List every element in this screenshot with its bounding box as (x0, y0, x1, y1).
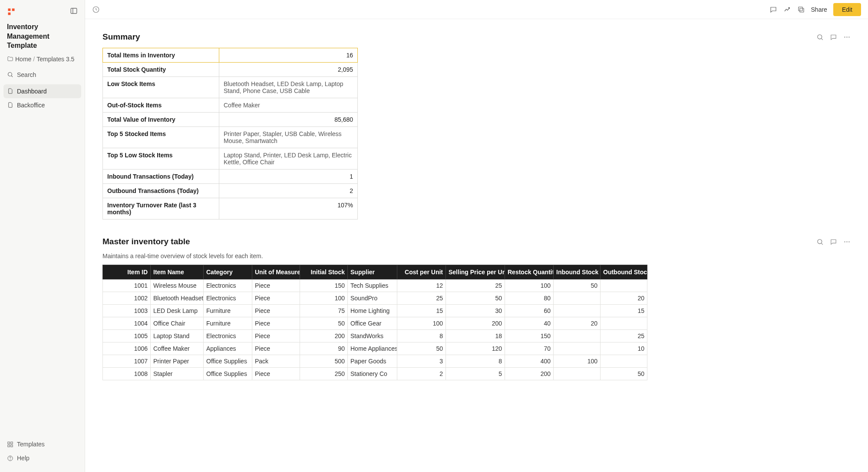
table-cell: SoundPro (348, 292, 397, 305)
summary-row[interactable]: Inventory Turnover Rate (last 3 months)1… (103, 198, 358, 219)
table-header-cell[interactable]: Supplier (348, 265, 397, 279)
summary-row[interactable]: Top 5 Stocked ItemsPrinter Paper, Staple… (103, 127, 358, 148)
table-header-cell[interactable]: Restock Quantity (505, 265, 554, 279)
master-desc: Maintains a real-time overview of stock … (102, 253, 851, 259)
table-cell: 70 (505, 342, 554, 355)
table-cell: Printer Paper (151, 355, 204, 368)
search-input[interactable]: Search (3, 68, 81, 82)
more-icon[interactable] (843, 238, 851, 246)
summary-value: Printer Paper, Stapler, USB Cable, Wirel… (219, 127, 358, 148)
summary-row[interactable]: Inbound Transactions (Today)1 (103, 170, 358, 184)
table-row[interactable]: 1005Laptop StandElectronicsPiece200Stand… (103, 330, 647, 342)
table-cell: 200 (505, 368, 554, 380)
summary-row[interactable]: Low Stock ItemsBluetooth Headset, LED De… (103, 77, 358, 98)
table-cell: 1004 (103, 317, 151, 330)
table-cell: 15 (601, 305, 647, 317)
table-header-cell[interactable]: Inbound Stock (554, 265, 601, 279)
table-row[interactable]: 1001Wireless MouseElectronicsPiece150Tec… (103, 279, 647, 292)
svg-point-9 (10, 459, 10, 460)
summary-row[interactable]: Total Stock Quantity2,095 (103, 63, 358, 77)
summary-row[interactable]: Outbound Transactions (Today)2 (103, 184, 358, 198)
table-row[interactable]: 1008StaplerOffice SuppliesPiece250Statio… (103, 368, 647, 380)
summary-row[interactable]: Total Value of Inventory85,680 (103, 113, 358, 127)
table-cell: 50 (397, 342, 446, 355)
search-icon[interactable] (816, 33, 824, 41)
search-label: Search (17, 71, 36, 78)
svg-point-22 (848, 241, 849, 242)
summary-label: Inventory Turnover Rate (last 3 months) (103, 198, 219, 219)
table-cell (601, 317, 647, 330)
nav-item-dashboard[interactable]: Dashboard (3, 84, 81, 98)
summary-row[interactable]: Top 5 Low Stock ItemsLaptop Stand, Print… (103, 148, 358, 170)
nav-item-templates[interactable]: Templates (3, 437, 81, 451)
summary-row[interactable]: Out-of-Stock ItemsCoffee Maker (103, 98, 358, 113)
nav-item-backoffice[interactable]: Backoffice (3, 98, 81, 112)
table-cell: 30 (446, 305, 505, 317)
table-header-cell[interactable]: Item Name (151, 265, 204, 279)
svg-rect-12 (799, 7, 802, 11)
nav-item-label: Templates (17, 441, 45, 448)
comment-icon[interactable] (830, 238, 837, 246)
share-button[interactable]: Share (811, 4, 827, 15)
summary-label: Total Value of Inventory (103, 113, 219, 127)
table-cell: Piece (252, 317, 300, 330)
table-cell: Laptop Stand (151, 330, 204, 342)
table-row[interactable]: 1006Coffee MakerAppliancesPiece90Home Ap… (103, 342, 647, 355)
table-cell: 8 (446, 355, 505, 368)
table-cell: 10 (601, 342, 647, 355)
copy-icon[interactable] (797, 6, 805, 13)
search-icon[interactable] (816, 238, 824, 246)
table-header-cell[interactable]: Category (204, 265, 252, 279)
nav-item-help[interactable]: Help (3, 451, 81, 465)
table-cell: 3 (397, 355, 446, 368)
app-logo (7, 7, 16, 16)
summary-row[interactable]: Total Items in Inventory16 (103, 48, 358, 63)
breadcrumb[interactable]: Home / Templates 3.5 (3, 54, 81, 68)
table-cell: 150 (505, 330, 554, 342)
table-cell: 25 (601, 330, 647, 342)
document-icon (7, 88, 13, 94)
table-header-cell[interactable]: Item ID (103, 265, 151, 279)
table-header-cell[interactable]: Selling Price per Unit (446, 265, 505, 279)
more-icon[interactable] (843, 33, 851, 41)
svg-point-17 (848, 37, 849, 37)
table-row[interactable]: 1004Office ChairFurniturePiece50Office G… (103, 317, 647, 330)
table-cell: 100 (554, 355, 601, 368)
summary-value: 107% (219, 198, 358, 219)
edit-button[interactable]: Edit (833, 3, 861, 16)
comment-icon[interactable] (769, 6, 777, 13)
panel-toggle-icon[interactable] (70, 7, 78, 16)
comment-icon[interactable] (830, 33, 837, 41)
table-cell: Pack (252, 355, 300, 368)
svg-rect-0 (71, 8, 77, 13)
breadcrumb-current[interactable]: Templates 3.5 (36, 56, 74, 63)
table-cell (601, 355, 647, 368)
table-cell: 18 (446, 330, 505, 342)
table-cell: Piece (252, 279, 300, 292)
table-row[interactable]: 1002Bluetooth HeadsetElectronicsPiece100… (103, 292, 647, 305)
table-header-cell[interactable]: Cost per Unit (397, 265, 446, 279)
table-cell: 120 (446, 342, 505, 355)
table-cell: 1005 (103, 330, 151, 342)
table-cell: Tech Supplies (348, 279, 397, 292)
help-icon (7, 455, 13, 462)
history-icon[interactable] (92, 6, 100, 13)
table-cell: Wireless Mouse (151, 279, 204, 292)
master-table: Item IDItem NameCategoryUnit of MeasureI… (102, 265, 647, 380)
svg-line-14 (821, 38, 823, 40)
table-header-cell[interactable]: Unit of Measure (252, 265, 300, 279)
table-cell: 1007 (103, 355, 151, 368)
table-cell: Office Chair (151, 317, 204, 330)
table-header-cell[interactable]: Initial Stock (300, 265, 348, 279)
table-cell (554, 368, 601, 380)
svg-point-18 (818, 239, 822, 243)
table-cell: 15 (397, 305, 446, 317)
table-cell: 200 (300, 330, 348, 342)
table-row[interactable]: 1003LED Desk LampFurniturePiece75Home Li… (103, 305, 647, 317)
table-row[interactable]: 1007Printer PaperOffice SuppliesPack500P… (103, 355, 647, 368)
table-cell: StandWorks (348, 330, 397, 342)
trend-icon[interactable] (783, 6, 791, 13)
breadcrumb-home[interactable]: Home (15, 56, 31, 63)
table-header-cell[interactable]: Outbound Stock (601, 265, 647, 279)
breadcrumb-sep: / (33, 56, 35, 63)
